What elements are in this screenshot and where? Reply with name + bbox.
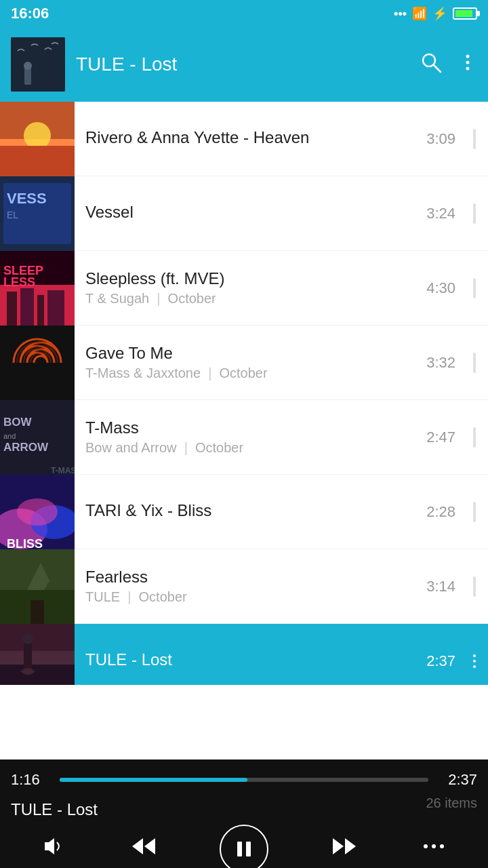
svg-point-3: [24, 62, 32, 70]
track-album: October: [139, 589, 187, 604]
svg-rect-51: [0, 651, 75, 665]
track-item[interactable]: BOW and ARROW T-MAS T-Mass Bow and Arrow…: [0, 400, 488, 475]
svg-text:BLISS: BLISS: [7, 537, 43, 549]
track-title: T-Mass: [85, 418, 415, 437]
svg-rect-35: [473, 427, 476, 448]
track-list: Rivero & Anna Yvette - Heaven 3:09 VESS …: [0, 102, 488, 685]
status-time: 16:06: [11, 5, 49, 22]
status-icons: ••• 📶 ⚡: [394, 6, 477, 21]
fast-forward-icon[interactable]: [331, 834, 359, 864]
svg-rect-65: [246, 842, 251, 856]
album-art: VESS EL: [0, 176, 75, 251]
track-duration: 2:28: [426, 503, 461, 521]
player-bar: 1:16 2:37 TULE - Lost 26 items: [0, 760, 488, 868]
track-title: TARI & Yix - Bliss: [85, 501, 415, 520]
track-duration: 3:09: [426, 130, 461, 148]
svg-rect-41: [473, 502, 476, 522]
track-item[interactable]: TULE - Lost 2:37: [0, 624, 488, 685]
playback-controls: [0, 822, 488, 868]
svg-text:BOW: BOW: [3, 416, 33, 429]
svg-rect-64: [237, 842, 242, 856]
svg-point-68: [424, 844, 428, 848]
track-album: October: [168, 291, 216, 306]
svg-point-69: [432, 844, 436, 848]
svg-rect-29: [473, 353, 476, 373]
track-info: Fearless TULE | October: [75, 568, 426, 605]
svg-rect-27: [473, 278, 476, 298]
more-menu-icon[interactable]: [458, 53, 477, 77]
track-more-icon: [461, 502, 488, 522]
volume-icon[interactable]: [42, 834, 66, 864]
track-title: Vessel: [85, 203, 415, 222]
svg-text:T-MAS: T-MAS: [51, 466, 75, 475]
track-title: TULE - Lost: [85, 650, 415, 669]
current-time: 1:16: [11, 771, 52, 789]
svg-point-54: [473, 654, 476, 657]
header-album-art: [11, 37, 65, 92]
svg-rect-50: [0, 661, 75, 686]
track-subtitle: TULE | October: [85, 589, 415, 605]
track-more-icon: [461, 129, 488, 149]
svg-point-11: [24, 122, 51, 149]
items-count: 26 items: [426, 795, 477, 811]
track-more-icon: [461, 278, 488, 298]
svg-point-70: [440, 844, 444, 848]
svg-text:ARROW: ARROW: [3, 441, 49, 454]
header: TULE - Lost: [0, 27, 488, 102]
track-duration: 3:32: [426, 354, 461, 372]
more-options-icon[interactable]: [422, 834, 446, 864]
signal-dots-icon: •••: [394, 7, 407, 21]
status-bar: 16:06 ••• 📶 ⚡: [0, 0, 488, 27]
track-artist: T-Mass & Jaxxtone: [85, 366, 201, 380]
svg-rect-24: [47, 290, 64, 326]
svg-rect-13: [473, 129, 476, 149]
track-item[interactable]: Rivero & Anna Yvette - Heaven 3:09: [0, 102, 488, 176]
svg-point-8: [466, 66, 470, 70]
signal-bars-icon: 📶: [412, 6, 427, 21]
album-art: SLEEP LESS: [0, 251, 75, 326]
track-info: TARI & Yix - Bliss: [75, 501, 426, 523]
track-item[interactable]: VESS EL Vessel 3:24: [0, 176, 488, 251]
track-album: October: [195, 440, 243, 455]
track-duration: 3:14: [426, 578, 461, 595]
album-art: [0, 624, 75, 686]
svg-rect-2: [24, 68, 31, 85]
track-info: Vessel: [75, 203, 426, 224]
svg-text:and: and: [3, 432, 16, 440]
track-item[interactable]: Fearless TULE | October 3:14: [0, 549, 488, 624]
track-more-icon: [461, 203, 488, 224]
now-playing-title: TULE - Lost: [0, 800, 488, 822]
svg-point-7: [466, 60, 470, 64]
track-duration: 2:37: [426, 652, 461, 670]
svg-rect-23: [37, 295, 44, 326]
svg-rect-22: [20, 288, 34, 326]
track-more-icon: [461, 576, 488, 597]
track-item[interactable]: BLISS TARI & Yix - Bliss 2:28: [0, 475, 488, 549]
svg-text:EL: EL: [7, 210, 18, 220]
search-icon[interactable]: [420, 52, 442, 78]
track-info: TULE - Lost: [75, 650, 426, 672]
svg-rect-18: [473, 203, 476, 224]
rewind-icon[interactable]: [129, 834, 157, 864]
svg-marker-61: [45, 838, 54, 854]
album-art: [0, 102, 75, 176]
track-artist: Bow and Arrow: [85, 440, 177, 455]
pause-button[interactable]: [220, 825, 268, 868]
progress-track[interactable]: [60, 778, 428, 782]
svg-rect-28: [0, 326, 75, 400]
album-art: [0, 549, 75, 624]
svg-point-39: [17, 498, 58, 526]
lightning-icon: ⚡: [432, 6, 447, 21]
track-more-icon[interactable]: [461, 653, 488, 669]
battery-icon: [453, 7, 477, 20]
track-info: Gave To Me T-Mass & Jaxxtone | October: [75, 344, 426, 381]
track-title: Sleepless (ft. MVE): [85, 269, 415, 288]
track-item[interactable]: Gave To Me T-Mass & Jaxxtone | October 3…: [0, 326, 488, 400]
header-title: TULE - Lost: [76, 54, 409, 75]
svg-point-53: [22, 633, 33, 644]
track-artist: T & Sugah: [85, 291, 149, 306]
track-info: Sleepless (ft. MVE) T & Sugah | October: [75, 269, 426, 307]
svg-marker-66: [333, 838, 344, 854]
svg-rect-12: [0, 146, 75, 176]
track-item[interactable]: SLEEP LESS Sleepless (ft. MVE) T & Sugah…: [0, 251, 488, 326]
